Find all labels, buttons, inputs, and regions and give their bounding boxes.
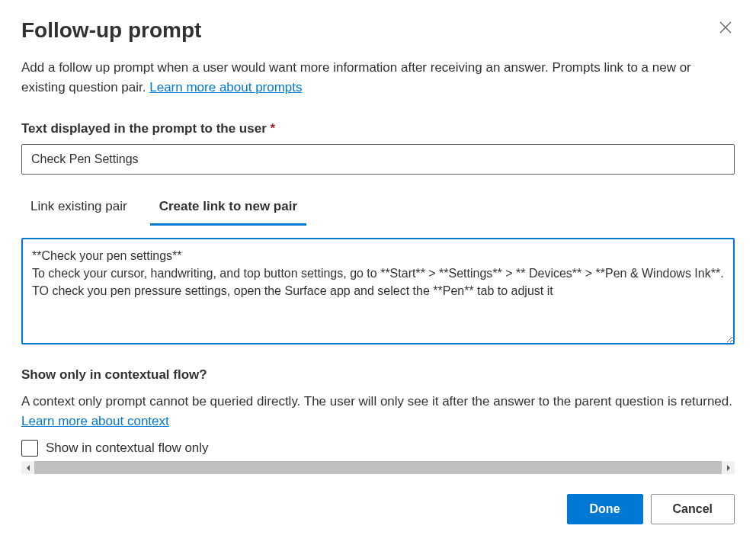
done-button[interactable]: Done (567, 494, 643, 524)
close-icon (719, 21, 732, 34)
scrollbar-track-mid[interactable] (34, 461, 722, 474)
description-text: Add a follow up prompt when a user would… (21, 60, 691, 95)
learn-more-prompts-link[interactable]: Learn more about prompts (149, 80, 302, 95)
dialog-description: Add a follow up prompt when a user would… (21, 58, 735, 97)
horizontal-scrollbar[interactable] (21, 461, 735, 474)
chevron-right-icon (726, 465, 731, 471)
chevron-left-icon (26, 465, 30, 471)
display-text-input[interactable] (21, 144, 735, 175)
close-button[interactable] (716, 18, 735, 37)
svg-marker-3 (727, 465, 730, 471)
tab-create-new[interactable]: Create link to new pair (150, 191, 306, 226)
required-asterisk: * (271, 121, 276, 136)
dialog-footer: Done Cancel (21, 494, 735, 524)
link-tabs: Link existing pair Create link to new pa… (21, 191, 735, 226)
answer-textarea[interactable] (21, 238, 735, 345)
contextual-heading: Show only in contextual flow? (21, 367, 735, 383)
contextual-checkbox[interactable] (21, 440, 38, 457)
learn-more-context-link[interactable]: Learn more about context (21, 414, 169, 428)
contextual-help-pre: A context only prompt cannot be queried … (21, 394, 732, 409)
svg-marker-2 (27, 465, 30, 471)
scroll-right-arrow[interactable] (722, 461, 735, 474)
display-text-label-text: Text displayed in the prompt to the user (21, 121, 271, 136)
contextual-help-text: A context only prompt cannot be queried … (21, 392, 735, 431)
cancel-button[interactable]: Cancel (651, 494, 735, 524)
scroll-left-arrow[interactable] (21, 461, 34, 474)
display-text-label: Text displayed in the prompt to the user… (21, 121, 735, 136)
tab-link-existing[interactable]: Link existing pair (21, 191, 136, 226)
contextual-checkbox-label: Show in contextual flow only (46, 441, 209, 456)
contextual-checkbox-row: Show in contextual flow only (21, 440, 735, 457)
dialog-title: Follow-up prompt (21, 18, 201, 43)
